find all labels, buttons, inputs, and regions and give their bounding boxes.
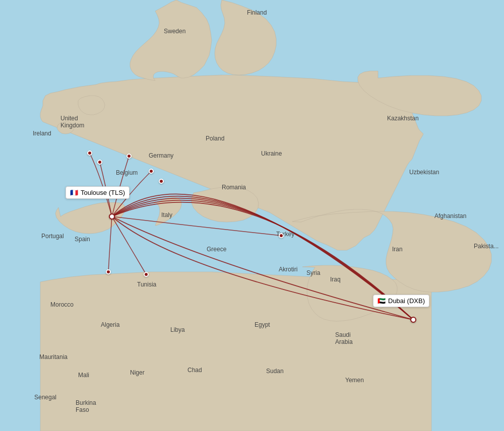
waypoint-istanbul — [279, 233, 284, 238]
dubai-name: Dubai (DXB) — [388, 297, 425, 305]
waypoint-tunis — [144, 272, 149, 277]
waypoint-frankfurt — [149, 169, 154, 174]
toulouse-flag: 🇫🇷 — [70, 189, 78, 196]
dubai-dot — [410, 317, 416, 323]
waypoint-casablanca — [106, 269, 111, 274]
waypoint-paris — [97, 160, 102, 165]
map-svg — [0, 0, 504, 431]
waypoint-munich — [159, 179, 164, 184]
toulouse-label: 🇫🇷 Toulouse (TLS) — [66, 186, 130, 199]
waypoint-amsterdam — [127, 154, 132, 159]
dubai-flag: 🇦🇪 — [377, 297, 386, 305]
map-container: Finland Sweden UnitedKingdom Ireland Bel… — [0, 0, 504, 431]
dubai-label: 🇦🇪 Dubai (DXB) — [373, 295, 429, 307]
toulouse-name: Toulouse (TLS) — [81, 189, 125, 196]
waypoint-london — [87, 151, 92, 156]
toulouse-dot — [109, 213, 115, 220]
